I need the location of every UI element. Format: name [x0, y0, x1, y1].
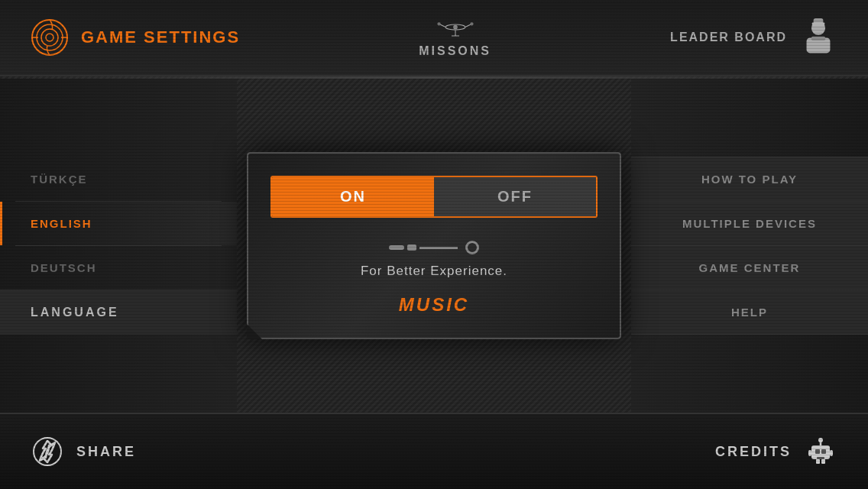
toggle-off-button[interactable]: OFF [434, 177, 596, 216]
footer-right[interactable]: CREDITS [715, 435, 837, 468]
svg-rect-23 [817, 457, 824, 459]
svg-point-25 [818, 438, 823, 442]
main-content: TÜRKÇE ENGLISH DEUTSCH LANGUAGE ON OFF [0, 79, 868, 413]
right-panel: HOW TO PLAY MULTIPLE DEVICES GAME CENTER… [631, 79, 868, 413]
svg-rect-28 [816, 459, 820, 464]
language-panel: TÜRKÇE ENGLISH DEUTSCH LANGUAGE [0, 79, 237, 413]
svg-rect-29 [821, 459, 825, 464]
svg-rect-27 [830, 450, 833, 456]
music-section-label: MUSIC [270, 294, 598, 316]
svg-rect-26 [808, 450, 811, 456]
svg-point-11 [470, 22, 473, 25]
language-item-turkce[interactable]: TÜRKÇE [0, 157, 237, 201]
share-icon [31, 435, 64, 468]
audio-circle [465, 241, 479, 254]
svg-rect-18 [812, 22, 824, 25]
game-center-button[interactable]: GAME CENTER [631, 246, 868, 290]
audio-hint: For Better Experience. [270, 241, 598, 279]
toggle-on-button[interactable]: ON [272, 177, 434, 216]
help-button[interactable]: HELP [631, 290, 868, 335]
agent-icon [799, 18, 837, 57]
missions-icon [436, 17, 474, 40]
svg-rect-22 [821, 449, 826, 454]
connector-plug [389, 245, 404, 250]
footer-left[interactable]: SHARE [31, 435, 136, 468]
language-section-label: LANGUAGE [0, 290, 237, 335]
header: GAME SETTINGS MISSONS LEADER BOARD [0, 0, 868, 76]
connector-line [419, 247, 458, 249]
svg-rect-21 [815, 449, 820, 454]
music-card: ON OFF For Better Experience. MUSIC [247, 152, 621, 339]
header-divider [0, 76, 868, 79]
svg-point-2 [41, 29, 58, 46]
footer: SHARE CREDITS [0, 413, 868, 489]
connector-tip [407, 244, 416, 251]
svg-point-10 [437, 22, 440, 25]
svg-point-1 [37, 24, 63, 50]
better-experience-text: For Better Experience. [361, 264, 507, 279]
music-toggle[interactable]: ON OFF [270, 176, 598, 218]
credits-label: CREDITS [715, 444, 792, 460]
how-to-play-button[interactable]: HOW TO PLAY [631, 157, 868, 202]
audio-connector [389, 244, 458, 251]
missions-label: MISSONS [419, 44, 491, 58]
header-center: MISSONS [419, 17, 491, 58]
center-panel: ON OFF For Better Experience. MUSIC [237, 79, 631, 413]
fingerprint-icon [31, 18, 69, 57]
language-item-deutsch[interactable]: DEUTSCH [0, 246, 237, 290]
game-settings-title: GAME SETTINGS [81, 28, 240, 47]
credits-icon [804, 435, 837, 468]
share-label: SHARE [76, 444, 136, 460]
leaderboard-label: LEADER BOARD [670, 31, 787, 44]
language-item-english[interactable]: ENGLISH [0, 202, 237, 245]
header-left: GAME SETTINGS [31, 18, 240, 57]
headphone-row [389, 241, 479, 254]
header-right: LEADER BOARD [670, 18, 837, 57]
svg-rect-16 [811, 37, 825, 40]
svg-point-7 [453, 25, 458, 30]
svg-point-3 [46, 34, 53, 41]
multiple-devices-button[interactable]: MULTIPLE DEVICES [631, 202, 868, 246]
